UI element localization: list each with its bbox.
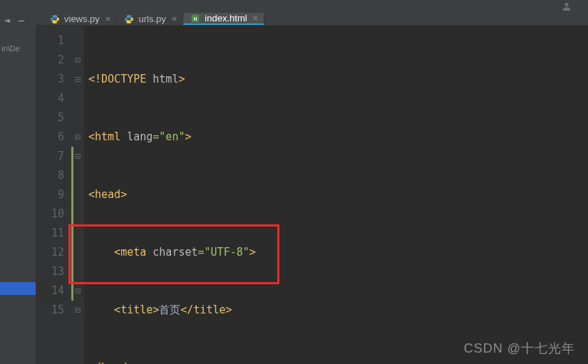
code-text-area[interactable]: <!DOCTYPE html> <html lang="en"> <head> … xyxy=(84,26,588,364)
fold-end-icon[interactable]: ⊟ xyxy=(71,128,84,147)
tab-label: views.py xyxy=(64,14,100,24)
svg-point-4 xyxy=(130,21,131,22)
svg-point-0 xyxy=(564,3,568,6)
line-number: 8 xyxy=(36,166,64,185)
line-number: 1 xyxy=(36,31,64,51)
code-editor[interactable]: 1 2 3 4 5 6 7 8 9 10 11 12 13 14 15 ⊟ ⊟ xyxy=(36,26,588,364)
code-line: <!DOCTYPE html> xyxy=(88,70,588,89)
tab-label: index.html xyxy=(205,13,247,24)
line-number: 14 xyxy=(36,281,64,301)
svg-point-1 xyxy=(53,16,54,16)
fold-gutter: ⊟ ⊟ ⊟ ⊟ ⊟ ⊟ xyxy=(71,26,84,364)
minimize-icon[interactable]: — xyxy=(16,14,27,26)
code-line: </head> xyxy=(88,358,588,364)
fold-toggle-icon[interactable]: ⊟ xyxy=(71,147,84,166)
line-number-gutter: 1 2 3 4 5 6 7 8 9 10 11 12 13 14 15 xyxy=(36,26,71,364)
tab-bar: views.py × urls.py × H index.html × xyxy=(36,13,588,26)
watermark-text: CSDN @十七光年 xyxy=(464,340,575,357)
editor-wrapper: views.py × urls.py × H index.html × 1 xyxy=(36,13,588,364)
line-number: 13 xyxy=(36,262,64,281)
avatar-icon[interactable] xyxy=(561,0,574,13)
line-number: 6 xyxy=(36,128,64,147)
line-number: 15 xyxy=(36,301,64,320)
line-number: 5 xyxy=(36,108,64,128)
line-number: 10 xyxy=(36,204,64,224)
close-icon[interactable]: × xyxy=(252,13,260,24)
main-area: ⇥ — in\De views.py × urls.py × xyxy=(0,13,588,364)
left-selection-highlight xyxy=(0,282,36,295)
fold-toggle-icon[interactable]: ⊟ xyxy=(71,51,84,70)
python-icon xyxy=(50,14,60,24)
line-number: 4 xyxy=(36,89,64,108)
line-number: 2 xyxy=(36,51,64,70)
svg-text:H: H xyxy=(194,16,197,21)
project-path-fragment: in\De xyxy=(0,27,36,53)
tab-label: urls.py xyxy=(138,14,165,24)
close-icon[interactable]: × xyxy=(170,14,179,24)
code-line: <html lang="en"> xyxy=(88,128,588,147)
line-number: 3 xyxy=(36,70,64,89)
line-number: 7 xyxy=(36,147,64,166)
fold-end-icon[interactable]: ⊟ xyxy=(71,301,84,320)
code-line: <meta charset="UTF-8"> xyxy=(88,243,588,262)
line-number: 11 xyxy=(36,224,64,243)
fold-toggle-icon[interactable]: ⊟ xyxy=(71,70,84,89)
code-line: <title>首页</title> xyxy=(88,301,588,320)
line-number: 12 xyxy=(36,243,64,262)
python-icon xyxy=(124,14,134,24)
collapse-icon[interactable]: ⇥ xyxy=(1,14,13,26)
html-icon: H xyxy=(190,14,200,24)
svg-point-3 xyxy=(128,16,128,16)
tab-index-html[interactable]: H index.html × xyxy=(183,13,264,25)
top-toolbar xyxy=(0,0,588,13)
fold-end-icon[interactable]: ⊟ xyxy=(71,281,84,301)
left-tool-gutter: ⇥ — in\De xyxy=(0,13,36,364)
code-line: <head> xyxy=(88,185,588,204)
line-number: 9 xyxy=(36,185,64,204)
svg-point-2 xyxy=(56,21,56,22)
close-icon[interactable]: × xyxy=(104,14,113,24)
tab-urls-py[interactable]: urls.py × xyxy=(117,13,183,25)
tab-views-py[interactable]: views.py × xyxy=(43,13,117,25)
